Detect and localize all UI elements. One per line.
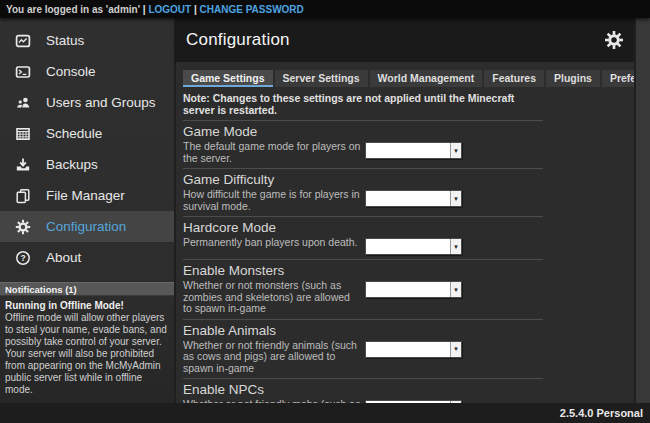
setting-section: Hardcore Mode Permanently ban players up…: [183, 217, 543, 260]
dropdown-arrow-icon: ▼: [450, 239, 461, 254]
tab-plugins[interactable]: Plugins: [546, 70, 600, 87]
question-icon: ?: [14, 249, 31, 266]
sidebar-item-label: Schedule: [46, 126, 102, 141]
topbar: You are logged in as 'admin' | LOGOUT | …: [0, 0, 650, 18]
dropdown-arrow-icon: ▼: [450, 143, 461, 158]
setting-title: Enable NPCs: [183, 382, 543, 397]
sidebar-item-label: Users and Groups: [46, 95, 156, 110]
setting-description: Whether or not friendly animals (such as…: [183, 340, 361, 375]
content-right-rail: [634, 18, 650, 403]
sidebar-item-configuration[interactable]: Configuration: [0, 211, 174, 242]
status-icon: [14, 32, 31, 49]
game-mode-select[interactable]: ▼: [365, 142, 462, 159]
sidebar-item-backups[interactable]: Backups: [0, 149, 174, 180]
enable-animals-select[interactable]: ▼: [365, 341, 462, 358]
notification-text: Offline mode will allow other players to…: [5, 312, 168, 396]
setting-title: Enable Monsters: [183, 263, 543, 278]
setting-description: How difficult the game is for players in…: [183, 189, 361, 212]
setting-title: Game Mode: [183, 124, 543, 139]
tab-server-settings[interactable]: Server Settings: [275, 70, 368, 87]
page-title: Configuration: [186, 30, 290, 50]
hardcore-mode-select[interactable]: ▼: [365, 238, 462, 255]
setting-section: Enable Monsters Whether or not monsters …: [183, 260, 543, 320]
enable-monsters-select[interactable]: ▼: [365, 281, 462, 298]
setting-section: Game Mode The default game mode for play…: [183, 121, 543, 169]
setting-section: Enable Animals Whether or not friendly a…: [183, 320, 543, 380]
svg-text:?: ?: [20, 253, 25, 263]
sidebar-item-label: About: [46, 250, 81, 265]
notification-title: Running in Offline Mode!: [5, 300, 168, 312]
configuration-pane: Game Settings Server Settings World Mana…: [176, 62, 634, 403]
sidebar-item-label: Console: [46, 64, 96, 79]
setting-description: Permanently ban players upon death.: [183, 237, 361, 249]
sidebar-nav: Status Console Users and Groups Schedule…: [0, 18, 174, 273]
logout-link[interactable]: LOGOUT: [148, 4, 191, 15]
users-icon: [14, 94, 31, 111]
mcmyadmin-window: You are logged in as 'admin' | LOGOUT | …: [0, 0, 650, 423]
tab-features[interactable]: Features: [484, 70, 544, 87]
notification-item: Running in Offline Mode! Offline mode wi…: [0, 296, 174, 396]
page-header: Configuration: [176, 18, 634, 62]
schedule-icon: [14, 125, 31, 142]
change-password-link[interactable]: CHANGE PASSWORD: [200, 4, 304, 15]
sidebar-item-about[interactable]: ? About: [0, 242, 174, 273]
settings-gear-icon[interactable]: [604, 30, 624, 50]
backups-icon: [14, 156, 31, 173]
status-bar: 2.5.4.0 Personal: [0, 403, 650, 423]
sidebar: Status Console Users and Groups Schedule…: [0, 18, 176, 403]
restart-note: Note: Changes to these settings are not …: [183, 87, 543, 121]
tab-world-management[interactable]: World Management: [370, 70, 483, 87]
setting-title: Enable Animals: [183, 323, 543, 338]
select-value: [366, 342, 450, 357]
topbar-separator: |: [191, 4, 199, 15]
tab-bar: Game Settings Server Settings World Mana…: [183, 70, 634, 87]
dropdown-arrow-icon: ▼: [450, 282, 461, 297]
topbar-separator: |: [140, 4, 148, 15]
dropdown-arrow-icon: ▼: [450, 342, 461, 357]
tab-game-settings[interactable]: Game Settings: [183, 70, 273, 87]
sidebar-item-schedule[interactable]: Schedule: [0, 118, 174, 149]
setting-section: Game Difficulty How difficult the game i…: [183, 169, 543, 217]
version-label: 2.5.4.0 Personal: [560, 407, 643, 419]
tab-preferences[interactable]: Preferences: [602, 70, 634, 87]
setting-description: The default game mode for players on the…: [183, 141, 361, 164]
settings-list: Game Mode The default game mode for play…: [183, 121, 634, 403]
select-value: [366, 143, 450, 158]
select-value: [366, 282, 450, 297]
setting-title: Game Difficulty: [183, 172, 543, 187]
sidebar-item-label: Configuration: [46, 219, 126, 234]
sidebar-item-label: File Manager: [46, 188, 125, 203]
sidebar-item-label: Status: [46, 33, 84, 48]
console-icon: [14, 63, 31, 80]
sidebar-item-status[interactable]: Status: [0, 25, 174, 56]
notifications-header: Notifications (1): [0, 282, 174, 296]
game-difficulty-select[interactable]: ▼: [365, 190, 462, 207]
setting-description: Whether or not monsters (such as zombies…: [183, 280, 361, 315]
file-manager-icon: [14, 187, 31, 204]
gear-icon: [14, 218, 31, 235]
dropdown-arrow-icon: ▼: [450, 191, 461, 206]
select-value: [366, 239, 450, 254]
logged-in-text: You are logged in as 'admin': [6, 4, 140, 15]
setting-title: Hardcore Mode: [183, 220, 543, 235]
sidebar-item-label: Backups: [46, 157, 98, 172]
select-value: [366, 191, 450, 206]
sidebar-item-file-manager[interactable]: File Manager: [0, 180, 174, 211]
sidebar-item-users-and-groups[interactable]: Users and Groups: [0, 87, 174, 118]
setting-section: Enable NPCs Whether or not friendly mobs…: [183, 379, 543, 403]
sidebar-item-console[interactable]: Console: [0, 56, 174, 87]
